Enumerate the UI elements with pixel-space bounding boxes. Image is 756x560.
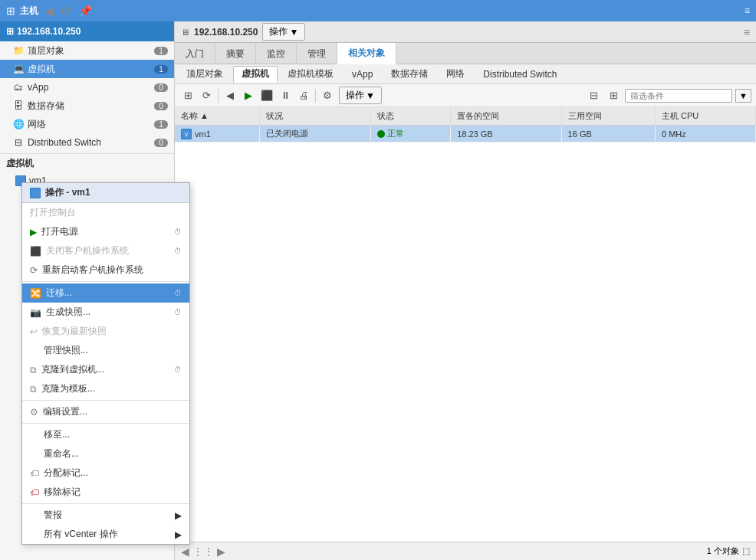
ctx-manage-snapshots[interactable]: 管理快照... (22, 341, 189, 360)
sidebar-label-storage: 数据存储 (28, 100, 154, 113)
right-ops-label: 操作 (269, 25, 288, 38)
toolbar-btn-back[interactable]: ◀ (222, 87, 238, 104)
ctx-restart[interactable]: ⟳ 重新启动客户机操作系统 (22, 260, 189, 280)
toolbar-btn-pause[interactable]: ⏸ (277, 87, 294, 104)
vm-row-icon: V (181, 129, 192, 139)
ctx-rename[interactable]: 重命名... (22, 444, 189, 463)
ctx-shutdown: ⬛ 关闭客户机操作系统 ⏱ (22, 241, 189, 260)
scroll-left-icon[interactable]: ◀ (181, 545, 189, 558)
sub-tab-vapp[interactable]: vApp (343, 66, 381, 83)
sidebar-badge-storage: 0 (154, 102, 168, 110)
sidebar-item-vapp[interactable]: 🗂 vApp 0 (0, 78, 174, 97)
col-state[interactable]: 状况 (260, 107, 370, 126)
ctx-clone-vm-shortcut: ⏱ (174, 365, 182, 374)
ctx-vcenter-ops[interactable]: 所有 vCenter 操作 ▶ (22, 525, 189, 544)
ctx-open-console: 打开控制台 (22, 203, 189, 222)
cell-used: 16 GB (561, 126, 655, 142)
tab-monitor[interactable]: 监控 (256, 43, 297, 64)
sub-tab-vmtemplate[interactable]: 虚拟机模板 (279, 66, 342, 83)
sub-tab-dvs[interactable]: Distributed Switch (475, 66, 565, 83)
tab-intro[interactable]: 入门 (175, 43, 215, 64)
scroll-center-icon[interactable]: ⋮⋮ (192, 545, 214, 558)
ctx-snapshot[interactable]: 📷 生成快照... ⏱ (22, 303, 189, 322)
right-ops-button[interactable]: 操作 ▼ (262, 23, 305, 41)
bottom-bar: ◀ ⋮⋮ ▶ 1 个对象 ⬚ (175, 542, 756, 560)
sidebar-label-network: 网络 (28, 118, 154, 131)
sidebar-host-label: 192.168.10.250 (17, 26, 81, 37)
nav-forward[interactable]: ⟳ (60, 4, 73, 18)
cell-status: 正常 (370, 126, 450, 142)
sidebar-item-storage[interactable]: 🗄 数据存储 0 (0, 97, 174, 115)
top-bar-title: 主机 (20, 5, 38, 18)
folder-icon: 📁 (12, 44, 25, 57)
sidebar-item-network[interactable]: 🌐 网络 1 (0, 115, 174, 133)
col-status[interactable]: 状态 (370, 107, 450, 126)
filter-input[interactable] (625, 89, 732, 103)
toolbar-ops-button[interactable]: 操作 ▼ (339, 87, 382, 104)
right-menu-icon[interactable]: ≡ (744, 26, 750, 38)
sidebar-item-dvs[interactable]: ⊟ Distributed Switch 0 (0, 133, 174, 152)
ctx-migrate-shortcut: ⏱ (174, 289, 182, 297)
sub-tab-topobj[interactable]: 顶层对象 (178, 66, 232, 83)
main-tabs: 入门 摘要 监控 管理 相关对象 (175, 43, 756, 64)
nav-back[interactable]: ◀ (43, 4, 55, 18)
tab-related[interactable]: 相关对象 (337, 43, 396, 64)
cell-name-text: vm1 (195, 129, 211, 139)
ctx-power-on[interactable]: ▶ 打开电源 ⏱ (22, 222, 189, 241)
ctx-assign-tag-label: 分配标记... (44, 467, 88, 480)
tab-manage[interactable]: 管理 (297, 43, 337, 64)
sub-tabs: 顶层对象 虚拟机 虚拟机模板 vApp 数据存储 网络 Dist (175, 64, 756, 84)
col-used[interactable]: 三用空间 (561, 107, 655, 126)
ctx-move[interactable]: 移至... (22, 425, 189, 444)
filter-dropdown[interactable]: ▼ (735, 89, 751, 103)
toolbar-btn-play[interactable]: ▶ (240, 87, 257, 104)
col-name[interactable]: 名称 ▲ (175, 107, 260, 126)
sidebar-badge-dvs: 0 (154, 139, 168, 147)
ctx-migrate[interactable]: 🔀 迁移... ⏱ (22, 283, 189, 303)
pin-icon[interactable]: 📌 (79, 5, 92, 17)
context-menu-vm-icon (30, 188, 41, 198)
ctx-sep4 (22, 503, 189, 504)
export-icon[interactable]: ⬚ (742, 546, 750, 556)
ctx-sep2 (22, 400, 189, 401)
col-cpu[interactable]: 主机 CPU (655, 107, 755, 126)
ctx-shutdown-shortcut: ⏱ (174, 247, 182, 255)
ctx-clone-template[interactable]: ⧉ 克隆为模板... (22, 379, 189, 398)
ctx-manage-snapshots-label: 管理快照... (44, 344, 88, 357)
ctx-edit-settings[interactable]: ⚙ 编辑设置... (22, 402, 189, 421)
right-ops-arrow: ▼ (289, 27, 298, 38)
sidebar-item-topobj[interactable]: 📁 顶层对象 1 (0, 41, 174, 60)
sidebar-item-vm[interactable]: 💻 虚拟机 1 (0, 60, 174, 78)
col-alloc[interactable]: 置各的空间 (451, 107, 561, 126)
ctx-clone-vm[interactable]: ⧉ 克隆到虚拟机... ⏱ (22, 360, 189, 379)
status-ok: 正常 (377, 128, 444, 139)
toolbar-btn-print[interactable]: 🖨 (295, 87, 312, 104)
right-top-ip: 192.168.10.250 (194, 27, 258, 38)
ctx-sep3 (22, 423, 189, 424)
sidebar-badge-vapp: 0 (154, 84, 168, 92)
ctx-assign-tag[interactable]: 🏷 分配标记... (22, 463, 189, 483)
ctx-alerts[interactable]: 警报 ▶ (22, 506, 189, 525)
sub-tab-network[interactable]: 网络 (438, 66, 473, 83)
tab-summary[interactable]: 摘要 (215, 43, 256, 64)
toolbar-btn-copy[interactable]: ⊞ (179, 87, 196, 104)
sub-tab-vm[interactable]: 虚拟机 (233, 66, 278, 83)
toolbar-btn-settings[interactable]: ⚙ (319, 87, 336, 104)
toolbar-btn-stop[interactable]: ⬛ (258, 87, 275, 104)
status-text: 正常 (387, 128, 404, 139)
right-panel: 🖥 192.168.10.250 操作 ▼ ≡ 入门 摘要 监控 (175, 21, 756, 560)
toolbar-filter-icon[interactable]: ⊟ (585, 87, 602, 104)
ctx-remove-tag[interactable]: 🏷 移除标记 (22, 483, 189, 502)
top-bar-menu[interactable]: ≡ (744, 5, 750, 16)
ctx-revert-label: 恢复为最新快照 (42, 325, 107, 338)
sidebar-badge-network: 1 (154, 120, 168, 129)
ctx-shutdown-label: 关闭客户机操作系统 (46, 244, 129, 257)
scroll-right-icon[interactable]: ▶ (217, 545, 225, 558)
sub-tab-storage[interactable]: 数据存储 (383, 66, 436, 83)
toolbar-btn-refresh[interactable]: ⟳ (198, 87, 215, 104)
ctx-migrate-label: 迁移... (46, 287, 72, 300)
toolbar-columns-icon[interactable]: ⊞ (605, 87, 622, 104)
sidebar-label-vm: 虚拟机 (28, 63, 154, 76)
table-row[interactable]: V vm1 已关闭电源 正常 18.23 (175, 126, 756, 142)
context-menu-header: 操作 - vm1 (22, 183, 189, 203)
